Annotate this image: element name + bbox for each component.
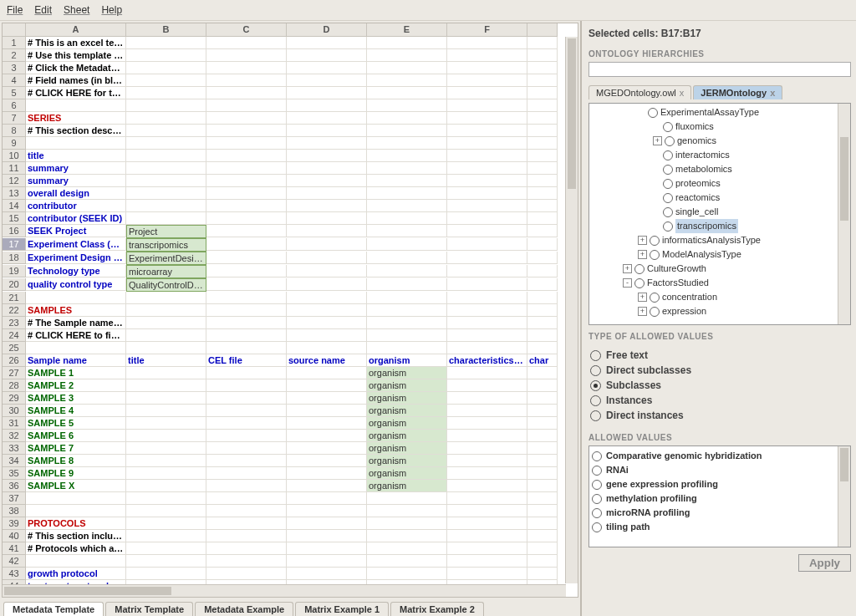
cell[interactable] <box>287 74 367 87</box>
cell[interactable] <box>367 200 447 212</box>
cell[interactable] <box>126 342 206 354</box>
cell[interactable] <box>527 342 558 354</box>
cell[interactable] <box>447 480 527 492</box>
row-header[interactable]: 33 <box>3 442 26 455</box>
radio-option[interactable]: Subclasses <box>590 378 849 393</box>
cell[interactable]: organism <box>367 442 447 455</box>
cell[interactable] <box>206 125 287 137</box>
cell[interactable] <box>367 112 447 125</box>
cell[interactable] <box>287 238 367 251</box>
cell[interactable] <box>206 430 287 442</box>
cell[interactable] <box>527 292 558 304</box>
cell[interactable] <box>527 455 558 467</box>
cell[interactable] <box>527 317 558 329</box>
cell[interactable]: Sample name <box>26 354 126 367</box>
cell[interactable] <box>126 200 206 212</box>
cell[interactable] <box>126 555 206 568</box>
cell[interactable] <box>367 542 447 555</box>
row-header[interactable]: 10 <box>3 150 26 162</box>
row-header[interactable]: 18 <box>3 252 26 264</box>
cell[interactable] <box>206 379 287 392</box>
cell[interactable] <box>527 37 558 49</box>
cell[interactable] <box>527 137 558 150</box>
ontology-tree[interactable]: ExperimentalAssayTypefluxomics+genomicsi… <box>588 103 851 325</box>
cell[interactable] <box>527 555 558 568</box>
cell[interactable] <box>287 467 367 480</box>
row-header[interactable]: 4 <box>3 74 26 87</box>
row-header[interactable]: 41 <box>3 542 26 555</box>
cell[interactable] <box>367 238 447 251</box>
cell[interactable] <box>287 505 367 517</box>
sheet-tab[interactable]: Matrix Example 2 <box>390 602 484 616</box>
column-header[interactable]: C <box>206 23 287 37</box>
cell[interactable] <box>206 517 287 530</box>
cell[interactable] <box>287 150 367 162</box>
cell[interactable] <box>126 329 206 342</box>
cell[interactable]: contributor (SEEK ID) <box>26 212 126 225</box>
cell[interactable] <box>126 480 206 492</box>
cell[interactable] <box>126 430 206 442</box>
cell[interactable] <box>447 175 527 187</box>
cell[interactable] <box>447 455 527 467</box>
av-scrollbar[interactable] <box>838 446 850 547</box>
cell[interactable] <box>287 49 367 62</box>
cell[interactable] <box>206 200 287 212</box>
row-header[interactable]: 26 <box>3 354 26 367</box>
cell[interactable] <box>367 517 447 530</box>
cell[interactable]: # This section describes … <box>26 125 126 137</box>
radio-option[interactable]: Free text <box>590 348 849 363</box>
row-header[interactable]: 20 <box>3 278 26 291</box>
cell[interactable] <box>126 492 206 505</box>
row-header[interactable]: 12 <box>3 175 26 187</box>
sheet-tab[interactable]: Metadata Template <box>3 602 104 616</box>
scroll-thumb[interactable] <box>840 448 848 481</box>
cell[interactable] <box>367 62 447 74</box>
cell[interactable] <box>287 555 367 568</box>
cell[interactable] <box>206 568 287 580</box>
cell[interactable] <box>287 212 367 225</box>
cell[interactable] <box>447 568 527 580</box>
cell[interactable] <box>367 492 447 505</box>
cell[interactable] <box>447 329 527 342</box>
radio-option[interactable]: Direct subclasses <box>590 363 849 378</box>
cell[interactable]: contributor <box>26 200 126 212</box>
cell[interactable]: summary <box>26 175 126 187</box>
cell[interactable] <box>206 304 287 317</box>
cell[interactable] <box>527 112 558 125</box>
cell[interactable] <box>527 162 558 175</box>
cell[interactable]: overall design <box>26 187 126 200</box>
cell[interactable] <box>367 252 447 264</box>
menu-sheet[interactable]: Sheet <box>64 4 89 16</box>
row-header[interactable]: 34 <box>3 455 26 467</box>
ontology-tab[interactable]: MGEDOntology.owlx <box>588 85 691 99</box>
cell[interactable] <box>527 265 558 277</box>
cell[interactable] <box>527 467 558 480</box>
cell[interactable]: summary <box>26 162 126 175</box>
cell[interactable] <box>447 238 527 251</box>
cell[interactable] <box>287 417 367 430</box>
cell[interactable] <box>126 62 206 74</box>
cell[interactable] <box>126 87 206 99</box>
cell[interactable] <box>206 480 287 492</box>
cell[interactable] <box>206 212 287 225</box>
row-header[interactable]: 11 <box>3 162 26 175</box>
row-header[interactable]: 3 <box>3 62 26 74</box>
close-icon[interactable]: x <box>680 88 685 98</box>
cell[interactable] <box>287 37 367 49</box>
cell[interactable]: characteristics:… <box>447 354 527 367</box>
tree-node[interactable]: +informaticsAnalysisType <box>591 233 848 247</box>
cell[interactable] <box>126 542 206 555</box>
row-header[interactable]: 28 <box>3 379 26 392</box>
cell[interactable]: SAMPLE 9 <box>26 467 126 480</box>
cell[interactable]: ExperimentDesignT… <box>126 252 206 265</box>
cell[interactable] <box>287 329 367 342</box>
cell[interactable] <box>206 342 287 354</box>
row-header[interactable]: 27 <box>3 367 26 379</box>
cell[interactable] <box>447 342 527 354</box>
cell[interactable]: char <box>527 354 558 367</box>
cell[interactable] <box>527 175 558 187</box>
cell[interactable] <box>527 430 558 442</box>
row-header[interactable]: 7 <box>3 112 26 125</box>
row-header[interactable]: 29 <box>3 392 26 405</box>
cell[interactable] <box>367 162 447 175</box>
